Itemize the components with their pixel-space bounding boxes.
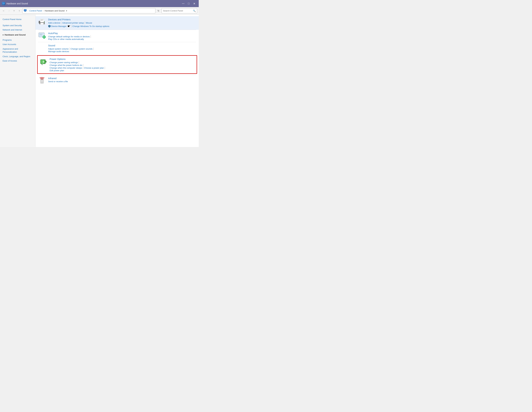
infrared-content: Infrared Send or receive a file — [48, 76, 196, 83]
shield-icon: ✓ — [48, 25, 51, 28]
infrared-icon — [38, 77, 46, 85]
sidebar-item-network-internet[interactable]: Network and Internet — [2, 28, 33, 32]
svg-rect-4 — [25, 11, 26, 11]
sidebar-item-clock[interactable]: Clock, Language, and Region — [2, 54, 33, 59]
sep6: | — [93, 47, 94, 50]
back-button[interactable]: ← — [2, 9, 6, 13]
svg-rect-8 — [40, 19, 43, 20]
system-security-link[interactable]: System and Security — [3, 24, 22, 27]
adjust-volume-link[interactable]: Adjust system volume — [48, 48, 68, 50]
svg-rect-1 — [3, 4, 4, 5]
sidebar-item-hardware-sound: Hardware and Sound — [2, 32, 33, 38]
window-controls: — □ ✕ — [180, 1, 197, 6]
autoplay-icon — [38, 32, 46, 40]
sidebar-item-appearance[interactable]: Appearance andPersonalization — [2, 47, 33, 54]
sidebar-item-control-panel-home[interactable]: Control Panel Home — [2, 17, 33, 22]
category-devices-printers: Devices and Printers Add a device | Adva… — [36, 16, 199, 30]
sep10: | — [104, 66, 105, 69]
edit-power-plan-link[interactable]: Edit power plan — [50, 69, 64, 72]
hardware-sound-label: Hardware and Sound — [5, 33, 26, 37]
sep4: | — [90, 35, 91, 38]
autoplay-links1: Change default settings for media or dev… — [48, 35, 196, 38]
devices-printers-content: Devices and Printers Add a device | Adva… — [48, 18, 196, 28]
sep2: | — [85, 21, 85, 24]
forward-button[interactable]: → — [7, 9, 11, 13]
search-icon: 🔍 — [193, 9, 196, 12]
path-sep2: › — [43, 9, 44, 12]
svg-rect-0 — [2, 2, 5, 4]
mouse-link[interactable]: Mouse — [86, 22, 92, 24]
power-options-icon — [39, 58, 47, 66]
appearance-link[interactable]: Appearance andPersonalization — [3, 48, 18, 53]
power-buttons-link[interactable]: Change what the power buttons do — [50, 64, 82, 66]
sidebar-item-system-security[interactable]: System and Security — [2, 23, 33, 28]
control-panel-home-link[interactable]: Control Panel Home — [3, 18, 21, 20]
svg-rect-21 — [39, 34, 42, 35]
category-autoplay: AutoPlay Change default settings for med… — [36, 30, 199, 42]
power-links3: Change when the computer sleeps | Choose… — [50, 66, 195, 69]
autoplay-content: AutoPlay Change default settings for med… — [48, 31, 196, 40]
change-sounds-link[interactable]: Change system sounds — [71, 48, 93, 50]
power-options-inner: Power Options Change power-saving settin… — [39, 57, 195, 72]
manage-audio-link[interactable]: Manage audio devices — [48, 50, 69, 53]
device-manager-label: Device Manager — [51, 25, 66, 28]
category-infrared: Infrared Send or receive a file — [36, 75, 199, 86]
path-dropdown-button[interactable]: ▾ — [66, 10, 67, 12]
play-cds-link[interactable]: Play CDs or other media automatically — [48, 38, 84, 40]
content-area: Devices and Printers Add a device | Adva… — [36, 15, 199, 147]
sidebar-item-ease-of-access[interactable]: Ease of Access — [2, 59, 33, 63]
power-plan-link[interactable]: Choose a power plan — [84, 67, 104, 69]
cursor-hand: ☛ — [67, 24, 70, 28]
sidebar-item-programs[interactable]: Programs — [2, 38, 33, 42]
clock-link[interactable]: Clock, Language, and Region — [3, 55, 30, 58]
ease-of-access-link[interactable]: Ease of Access — [3, 60, 17, 62]
sep8: | — [83, 64, 84, 66]
change-default-settings-link[interactable]: Change default settings for media or dev… — [48, 35, 90, 38]
power-links2: Change what the power buttons do | — [50, 64, 195, 66]
svg-rect-20 — [39, 34, 43, 34]
power-options-title[interactable]: Power Options — [50, 58, 66, 60]
network-internet-link[interactable]: Network and Internet — [3, 28, 22, 31]
sound-title[interactable]: Sound — [48, 44, 55, 47]
devices-printers-title[interactable]: Devices and Printers — [48, 18, 70, 21]
svg-rect-40 — [41, 82, 43, 82]
user-accounts-link[interactable]: User Accounts — [3, 43, 16, 46]
windows-to-go-link[interactable]: Change Windows To Go startup options — [72, 25, 109, 28]
maximize-button[interactable]: □ — [186, 1, 191, 6]
minimize-button[interactable]: — — [180, 1, 186, 6]
computer-sleep-link[interactable]: Change when the computer sleeps — [50, 67, 82, 69]
device-manager-shield-link[interactable]: ✓ Device Manager — [48, 25, 66, 28]
send-receive-file-link[interactable]: Send or receive a file — [48, 80, 68, 83]
svg-rect-12 — [39, 21, 40, 23]
power-options-content: Power Options Change power-saving settin… — [50, 57, 195, 72]
power-saving-link[interactable]: Change power-saving settings — [50, 61, 78, 64]
infrared-title[interactable]: Infrared — [48, 77, 57, 80]
sep5: | — [69, 47, 70, 50]
sep1: | — [61, 21, 62, 24]
sound-links2: Manage audio devices — [48, 50, 196, 53]
svg-point-39 — [42, 79, 42, 80]
window-title: Hardware and Sound — [7, 2, 28, 5]
svg-rect-17 — [49, 26, 50, 26]
close-button[interactable]: ✕ — [192, 1, 197, 6]
up-button[interactable]: ↑ — [17, 9, 21, 13]
search-input[interactable] — [163, 9, 193, 12]
dropdown-button[interactable]: ▾ — [12, 9, 16, 13]
programs-link[interactable]: Programs — [3, 39, 12, 41]
path-control-panel[interactable]: Control Panel — [29, 9, 42, 12]
address-bar: ← → ▾ ↑ › Control Panel › Hardware and S… — [0, 7, 199, 15]
path-separator: › — [28, 9, 28, 12]
sidebar-item-user-accounts[interactable]: User Accounts — [2, 42, 33, 47]
sound-content: Sound Adjust system volume | Change syst… — [48, 44, 196, 53]
autoplay-links2: Play CDs or other media automatically — [48, 38, 196, 40]
svg-rect-9 — [40, 20, 43, 20]
refresh-button[interactable]: ↻ — [156, 9, 161, 13]
category-power-options: Power Options Change power-saving settin… — [37, 55, 197, 74]
autoplay-title[interactable]: AutoPlay — [48, 32, 58, 35]
add-device-link[interactable]: Add a device — [48, 22, 60, 24]
advanced-printer-link[interactable]: Advanced printer setup — [62, 22, 84, 24]
title-bar: Hardware and Sound — □ ✕ — [0, 0, 199, 7]
svg-rect-10 — [40, 23, 44, 25]
svg-rect-22 — [39, 35, 42, 35]
power-links4: Edit power plan — [50, 69, 195, 72]
